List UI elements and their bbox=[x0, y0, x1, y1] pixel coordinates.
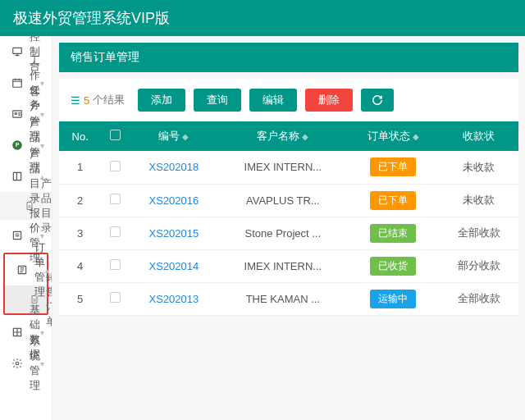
cell-customer: AVAPLUS TR... bbox=[218, 184, 347, 217]
cell-code[interactable]: XS202016 bbox=[129, 184, 218, 217]
gear-icon bbox=[11, 358, 23, 369]
table-row[interactable]: 1XS202018IMEX INTERN...已下单未收款 bbox=[59, 151, 518, 184]
col-code[interactable]: 编号◆ bbox=[129, 121, 218, 151]
status-badge: 已结束 bbox=[370, 224, 416, 243]
query-button[interactable]: 查询 bbox=[194, 89, 241, 112]
cell-status: 运输中 bbox=[347, 282, 439, 315]
sidebar-item-4[interactable]: 产品目录▴ bbox=[0, 161, 52, 192]
sidebar-item-0[interactable]: 控制台 bbox=[0, 36, 52, 67]
cell-checkbox[interactable] bbox=[101, 151, 129, 184]
order-icon bbox=[16, 264, 28, 276]
chevron-down-icon: ▾ bbox=[40, 79, 44, 88]
calendar-icon bbox=[11, 77, 23, 89]
sidebar-item-3[interactable]: P产品管理▾ bbox=[0, 130, 52, 161]
cell-pay: 全部收款 bbox=[439, 217, 518, 249]
status-badge: 已下单 bbox=[370, 158, 416, 176]
id-card-icon bbox=[11, 108, 23, 120]
cell-no: 1 bbox=[59, 151, 101, 184]
cell-no: 4 bbox=[59, 249, 101, 282]
col-customer[interactable]: 客户名称◆ bbox=[218, 121, 347, 151]
status-badge: 已收货 bbox=[370, 257, 416, 276]
table-row[interactable]: 4XS202014IMEX INTERN...已收货部分收款 bbox=[59, 249, 518, 282]
sort-icon: ◆ bbox=[302, 132, 308, 141]
monitor-icon bbox=[11, 46, 23, 57]
cell-customer: Stone Project ... bbox=[218, 217, 347, 249]
chevron-down-icon: ▾ bbox=[40, 231, 44, 240]
page-header-text: 销售订单管理 bbox=[71, 50, 139, 65]
cell-status: 已下单 bbox=[347, 151, 439, 184]
cell-code[interactable]: XS202014 bbox=[129, 249, 218, 282]
svg-point-9 bbox=[16, 362, 19, 365]
result-count: ☰ 5 个结果 bbox=[71, 93, 125, 107]
col-no[interactable]: No. bbox=[59, 121, 101, 151]
svg-rect-0 bbox=[13, 48, 22, 53]
sidebar: 控制台工作任务▾客户管理▾P产品管理▾产品目录▴产品目录报价管理▾订单管理▴销售… bbox=[0, 36, 52, 420]
status-badge: 已下单 bbox=[370, 191, 416, 210]
chevron-down-icon: ▾ bbox=[40, 359, 44, 368]
grid-icon bbox=[11, 326, 23, 338]
app-title-bar: 极速外贸管理系统VIP版 bbox=[0, 0, 525, 36]
cell-no: 3 bbox=[59, 217, 101, 249]
sidebar-item-6[interactable]: 订单管理▴ bbox=[5, 254, 47, 285]
edit-button[interactable]: 编辑 bbox=[249, 89, 297, 112]
cell-customer: THE KAMAN ... bbox=[218, 282, 347, 315]
cell-checkbox[interactable] bbox=[101, 184, 129, 217]
svg-rect-2 bbox=[13, 111, 22, 117]
cell-status: 已收货 bbox=[347, 249, 439, 282]
add-button[interactable]: 添加 bbox=[138, 89, 185, 112]
col-pay[interactable]: 收款状 bbox=[439, 121, 518, 151]
sidebar-item-2[interactable]: 客户管理▾ bbox=[0, 98, 52, 130]
cell-pay: 未收款 bbox=[439, 151, 518, 184]
sidebar-item-label: 系统管理 bbox=[30, 334, 40, 393]
sidebar-item-1[interactable]: 工作任务▾ bbox=[0, 67, 52, 98]
cell-code[interactable]: XS202015 bbox=[129, 217, 218, 249]
delete-button[interactable]: 删除 bbox=[305, 89, 353, 112]
svg-rect-1 bbox=[13, 80, 22, 87]
cell-pay: 部分收款 bbox=[439, 249, 518, 282]
orders-table: No. 编号◆ 客户名称◆ 订单状态◆ 收款状 1XS202018IMEX IN… bbox=[59, 121, 518, 316]
cell-pay: 全部收款 bbox=[439, 282, 518, 315]
status-badge: 运输中 bbox=[370, 290, 416, 308]
sidebar-item-label: 订单管理 bbox=[34, 240, 45, 299]
row-checkbox[interactable] bbox=[110, 194, 121, 204]
table-row[interactable]: 2XS202016AVAPLUS TR...已下单未收款 bbox=[59, 184, 518, 217]
cell-status: 已结束 bbox=[347, 217, 439, 249]
sort-icon: ◆ bbox=[413, 132, 419, 141]
cell-code[interactable]: XS202018 bbox=[129, 151, 218, 184]
row-checkbox[interactable] bbox=[110, 259, 121, 270]
cell-status: 已下单 bbox=[347, 184, 439, 217]
row-checkbox[interactable] bbox=[110, 161, 121, 171]
sidebar-subitem[interactable]: 产品目录 bbox=[0, 192, 52, 220]
cell-code[interactable]: XS202013 bbox=[129, 282, 218, 315]
cell-checkbox[interactable] bbox=[101, 282, 129, 315]
cell-customer: IMEX INTERN... bbox=[218, 249, 347, 282]
col-status[interactable]: 订单状态◆ bbox=[347, 121, 439, 151]
p-circle-icon: P bbox=[11, 139, 23, 151]
quote-icon bbox=[11, 230, 23, 241]
table-row[interactable]: 5XS202013THE KAMAN ...运输中全部收款 bbox=[59, 282, 518, 315]
book-icon bbox=[11, 171, 23, 182]
svg-text:P: P bbox=[16, 142, 20, 148]
sidebar-item-label: 产品目录 bbox=[30, 147, 40, 206]
sidebar-item-7[interactable]: 基础数据▾ bbox=[0, 317, 52, 348]
col-checkbox[interactable] bbox=[101, 121, 129, 151]
table-row[interactable]: 3XS202015Stone Project ...已结束全部收款 bbox=[59, 217, 518, 249]
app-title: 极速外贸管理系统VIP版 bbox=[13, 8, 170, 28]
cell-customer: IMEX INTERN... bbox=[218, 151, 347, 184]
chevron-up-icon: ▴ bbox=[45, 266, 49, 275]
sidebar-item-8[interactable]: 系统管理▾ bbox=[0, 348, 52, 379]
checkbox-all[interactable] bbox=[110, 130, 121, 140]
row-checkbox[interactable] bbox=[110, 292, 121, 303]
cell-checkbox[interactable] bbox=[101, 217, 129, 249]
cell-no: 5 bbox=[59, 282, 101, 315]
cell-checkbox[interactable] bbox=[101, 249, 129, 282]
chevron-down-icon: ▾ bbox=[40, 110, 44, 119]
cell-no: 2 bbox=[59, 184, 101, 217]
refresh-icon bbox=[372, 94, 383, 106]
sort-icon: ◆ bbox=[182, 132, 189, 141]
main-area: 销售订单管理 ☰ 5 个结果 添加 查询 编辑 删除 No. bbox=[52, 36, 525, 420]
chevron-up-icon: ▴ bbox=[40, 172, 44, 181]
toolbar: ☰ 5 个结果 添加 查询 编辑 删除 bbox=[59, 79, 518, 121]
row-checkbox[interactable] bbox=[110, 226, 121, 237]
refresh-button[interactable] bbox=[361, 89, 394, 112]
